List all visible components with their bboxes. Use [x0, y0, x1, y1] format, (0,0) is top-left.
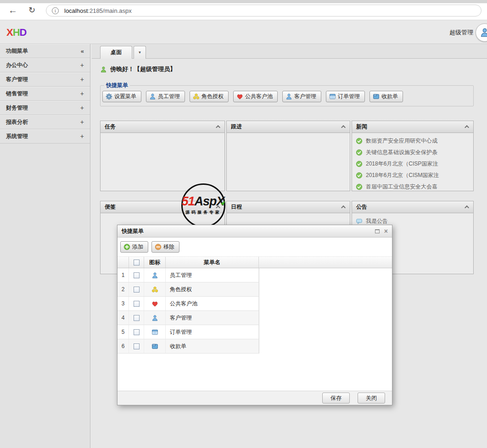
table-row[interactable]: 1员工管理	[118, 268, 259, 282]
user-icon	[144, 311, 166, 325]
menu-name-cell: 公共客户池	[166, 297, 259, 310]
table-row[interactable]: 6收款单	[118, 339, 259, 354]
panel-title: 日程	[231, 203, 242, 211]
panel-title: 跟进	[231, 123, 242, 131]
row-checkbox[interactable]	[134, 301, 140, 307]
panel-title: 公告	[356, 203, 367, 211]
receipt-icon	[373, 93, 380, 100]
quick-menu-button[interactable]: 客户管理	[282, 91, 321, 102]
back-icon[interactable]: ←	[8, 6, 17, 15]
expand-icon[interactable]: +	[80, 101, 84, 115]
collapse-panel-icon[interactable]	[216, 125, 220, 130]
row-checkbox[interactable]	[134, 315, 140, 321]
expand-icon[interactable]: +	[80, 59, 84, 72]
quick-menu-button[interactable]: 设置菜单	[102, 91, 141, 102]
sidebar-item[interactable]: 报表分析+	[0, 115, 90, 129]
menu-name-cell: 订单管理	[166, 325, 259, 339]
remove-button[interactable]: 移除	[151, 241, 179, 253]
dialog-titlebar[interactable]: 快捷菜单 ×	[118, 225, 392, 238]
rownum-header	[118, 257, 129, 268]
sidebar-item[interactable]: 销售管理+	[0, 87, 90, 101]
news-item[interactable]: 首届中国工业信息安全大会嘉	[356, 181, 470, 193]
row-checkbox[interactable]	[134, 287, 140, 293]
table-row[interactable]: 4客户管理	[118, 311, 259, 325]
close-icon[interactable]: ×	[384, 228, 388, 234]
address-bar[interactable]: i localhost:2185/main.aspx	[46, 5, 481, 17]
quick-menu-button-label: 公共客户池	[245, 93, 273, 100]
collapse-panel-icon[interactable]	[465, 125, 469, 130]
collapse-panel-icon[interactable]	[341, 125, 346, 130]
collapse-panel-icon[interactable]	[341, 205, 346, 210]
table-row[interactable]: 5订单管理	[118, 325, 259, 339]
news-item[interactable]: 2018年6月北京（CISM国家注	[356, 170, 470, 181]
url-host: localhost	[64, 7, 88, 14]
panel-notes-header[interactable]: 便签	[101, 201, 224, 213]
expand-icon[interactable]: +	[80, 87, 84, 100]
sidebar-item[interactable]: 办公中心+	[0, 58, 90, 72]
tab-dropdown-icon[interactable]: ▼	[134, 46, 146, 59]
sidebar-item-label: 报表分析	[6, 116, 28, 129]
news-item[interactable]: 数据资产安全应用研究中心成	[356, 135, 470, 147]
check-icon	[356, 183, 363, 190]
expand-icon[interactable]: +	[80, 130, 84, 143]
quick-menu-button-label: 设置菜单	[114, 93, 136, 100]
user-avatar[interactable]	[476, 23, 487, 42]
news-item-text: 首届中国工业信息安全大会嘉	[366, 183, 437, 191]
panel-title: 任务	[105, 123, 116, 131]
panel-tasks-header[interactable]: 任务	[101, 121, 224, 133]
quick-menu-button-label: 收款单	[381, 93, 398, 100]
name-column-header: 菜单名	[166, 257, 259, 268]
quick-menu-button[interactable]: 员工管理	[146, 91, 185, 102]
add-button[interactable]: 添加	[120, 241, 148, 253]
sidebar-item[interactable]: 财务管理+	[0, 101, 90, 115]
sidebar-item[interactable]: 系统管理+	[0, 129, 90, 144]
news-list: 数据资产安全应用研究中心成关键信息基础设施安全保护条2018年6月北京（CISP…	[352, 133, 473, 195]
refresh-icon[interactable]: ↻	[28, 6, 35, 15]
comment-icon	[356, 218, 363, 225]
maximize-icon[interactable]	[375, 229, 380, 233]
quick-menu-button[interactable]: 订单管理	[326, 91, 365, 102]
expand-icon[interactable]: +	[80, 73, 84, 86]
expand-icon[interactable]: +	[80, 116, 84, 129]
grid-header-row: 图标 菜单名	[118, 257, 392, 268]
quick-menu-button[interactable]: 公共客户池	[233, 91, 278, 102]
panel-followup-header[interactable]: 跟进	[227, 121, 350, 133]
dialog-footer: 保存 关闭	[118, 391, 392, 405]
row-number: 5	[118, 325, 129, 339]
table-row[interactable]: 3公共客户池	[118, 297, 259, 311]
news-item-text: 关键信息基础设施安全保护条	[366, 149, 437, 156]
dialog-body: 图标 菜单名 1员工管理2角色授权3公共客户池4客户管理5订单管理6收款单	[118, 257, 392, 391]
sidebar-item-label: 客户管理	[6, 73, 28, 86]
quick-menu-buttons: 设置菜单员工管理角色授权公共客户池客户管理订单管理收款单	[102, 91, 471, 102]
quick-menu-button[interactable]: 收款单	[369, 91, 403, 102]
row-checkbox[interactable]	[134, 329, 140, 335]
table-row[interactable]: 2角色授权	[118, 282, 259, 297]
panel-schedule-header[interactable]: 日程	[227, 201, 350, 213]
tab-desktop[interactable]: 桌面	[100, 46, 132, 59]
check-icon	[356, 160, 363, 167]
news-item[interactable]: 2018年6月北京（CISP国家注	[356, 158, 470, 170]
close-button[interactable]: 关闭	[358, 393, 385, 404]
quick-menu-legend: 快捷菜单	[104, 82, 130, 89]
panel-announcements-header[interactable]: 公告	[352, 201, 473, 213]
collapse-panel-icon[interactable]	[216, 205, 220, 210]
collapse-sidebar-icon[interactable]: «	[81, 44, 84, 58]
news-item-text: 2018年6月北京（CISM国家注	[366, 171, 439, 179]
row-number: 6	[118, 339, 129, 353]
collapse-panel-icon[interactable]	[465, 205, 469, 210]
save-button[interactable]: 保存	[322, 393, 350, 404]
user-icon	[480, 28, 487, 38]
sidebar-header[interactable]: 功能菜单 «	[0, 44, 90, 58]
select-all-checkbox[interactable]	[134, 260, 140, 265]
menu-name-cell: 员工管理	[166, 268, 259, 282]
sidebar-item[interactable]: 客户管理+	[0, 72, 90, 87]
page-info-icon[interactable]: i	[52, 7, 59, 14]
row-checkbox[interactable]	[134, 272, 140, 278]
url-text[interactable]: localhost:2185/main.aspx	[64, 7, 132, 14]
quick-menu-fieldset: 快捷菜单 设置菜单员工管理角色授权公共客户池客户管理订单管理收款单	[100, 82, 474, 106]
news-item[interactable]: 关键信息基础设施安全保护条	[356, 147, 470, 158]
row-checkbox[interactable]	[134, 343, 140, 349]
role-icon	[193, 93, 200, 100]
panel-news-header[interactable]: 新闻	[352, 121, 473, 133]
quick-menu-button[interactable]: 角色授权	[190, 91, 229, 102]
